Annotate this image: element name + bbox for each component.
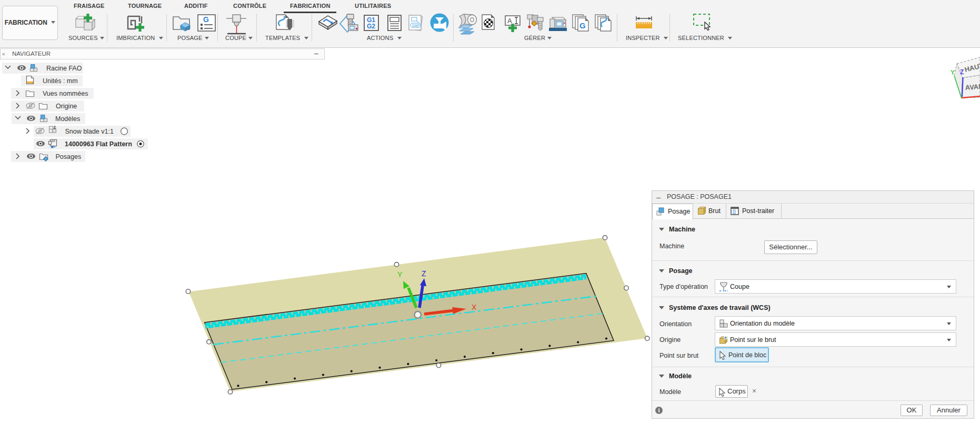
svg-text:Unités : mm: Unités : mm [43,77,78,85]
svg-text:Z: Z [960,68,964,76]
svg-text:Modèles: Modèles [55,115,80,123]
svg-text:X: X [472,303,477,311]
svg-text:Origine: Origine [56,103,77,110]
svg-text:A: A [507,17,512,25]
svg-text:G1: G1 [733,209,736,212]
svg-text:DMP: DMP [412,24,420,27]
svg-text:Posages: Posages [56,153,82,160]
svg-text:G: G [203,15,209,24]
svg-text:Z: Z [422,269,426,278]
svg-text:G2: G2 [367,23,375,30]
svg-text:Vues nommées: Vues nommées [43,90,88,97]
svg-text:Y: Y [951,69,955,76]
svg-text:G2: G2 [733,212,736,215]
svg-text:Racine FAO: Racine FAO [46,65,82,72]
svg-text:14000963 Flat Pattern: 14000963 Flat Pattern [65,140,132,148]
svg-text:Snow blade v1:1: Snow blade v1:1 [65,128,114,135]
svg-text:Y: Y [397,270,403,279]
svg-text:G: G [579,21,586,30]
svg-text:AVAN: AVAN [965,83,980,92]
